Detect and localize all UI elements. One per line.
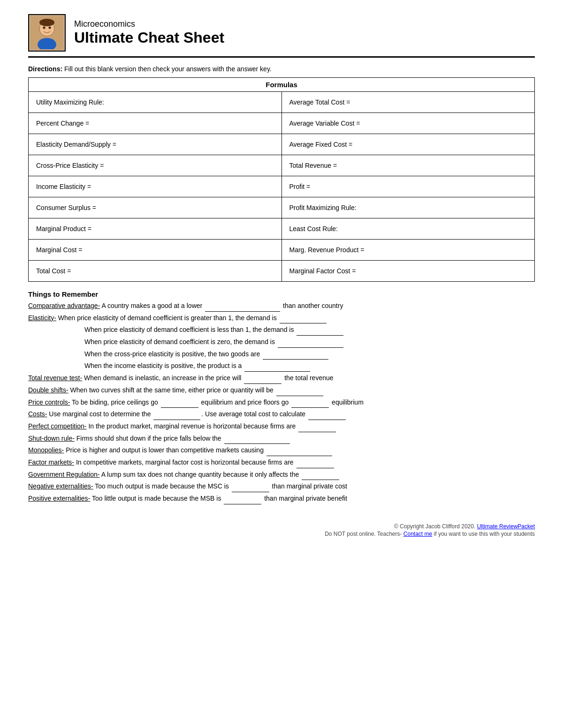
svg-point-3 — [39, 19, 54, 26]
formula-left-cell: Marginal Cost = — [29, 240, 282, 261]
formula-left-cell: Total Cost = — [29, 261, 282, 282]
contact-link[interactable]: Contact me — [403, 531, 432, 537]
things-term: Positive externalities- — [28, 495, 90, 502]
things-blank — [280, 313, 327, 324]
formula-left-cell: Percent Change = — [29, 113, 282, 134]
svg-point-4 — [43, 27, 46, 29]
things-blank — [224, 494, 261, 504]
things-blank — [161, 398, 198, 408]
things-term: Total revenue test- — [28, 374, 82, 382]
header-subtitle: Microeconomics — [74, 19, 224, 29]
things-text: When demand is inelastic, an increase in… — [82, 374, 243, 382]
things-blank — [263, 349, 328, 360]
header-text: Microeconomics Ultimate Cheat Sheet — [74, 19, 224, 46]
things-line: Government Regulation- A lump sum tax do… — [28, 470, 535, 480]
things-term: Costs- — [28, 410, 47, 418]
directions: Directions: Fill out this blank version … — [28, 65, 535, 73]
things-blank — [205, 301, 280, 312]
things-text: Firms should shut down if the price fall… — [75, 435, 223, 442]
things-text: When price elasticity of demand coeffici… — [84, 338, 277, 345]
things-line: When price elasticity of demand coeffici… — [28, 337, 535, 348]
things-text: When price elasticity of demand coeffici… — [56, 314, 279, 322]
things-term: Perfect competition- — [28, 422, 87, 430]
things-blank — [244, 361, 310, 372]
formula-right-cell: Total Revenue = — [282, 155, 535, 176]
things-term: Factor markets- — [28, 458, 74, 466]
things-text: A lump sum tax does not change quantity … — [100, 471, 301, 478]
things-text: When price elasticity of demand coeffici… — [84, 326, 296, 333]
ultimate-review-link[interactable]: Ultimate ReviewPacket — [477, 523, 535, 530]
footer-line2-after: if you want to use this with your studen… — [434, 531, 535, 537]
things-blank — [297, 325, 343, 336]
page-footer: © Copyright Jacob Clifford 2020. Ultimat… — [28, 523, 535, 537]
things-term: Shut-down rule- — [28, 435, 75, 442]
formula-left-cell: Cross-Price Elasticity = — [29, 155, 282, 176]
things-text-after2: equilibrium — [330, 398, 364, 406]
things-blank2 — [291, 398, 329, 408]
things-text-after: than another country — [281, 302, 343, 309]
things-line: When the cross-price elasticity is posit… — [28, 349, 535, 360]
things-text: To be biding, price ceilings go — [70, 398, 160, 406]
things-text: In competitive markets, marginal factor … — [74, 458, 296, 466]
things-term: Price controls- — [28, 398, 70, 406]
things-line: Positive externalities- Too little outpu… — [28, 494, 535, 504]
formula-right-cell: Profit Maximizing Rule: — [282, 197, 535, 218]
things-blank — [276, 385, 323, 396]
things-line: Elasticity- When price elasticity of dem… — [28, 313, 535, 324]
things-blank — [153, 409, 200, 420]
things-line: Comparative advantage- A country makes a… — [28, 301, 535, 312]
things-title: Things to Remember — [28, 290, 535, 298]
things-blank2 — [308, 409, 346, 420]
things-text: A country makes a good at a lower — [100, 302, 204, 309]
formula-right-cell: Least Cost Rule: — [282, 218, 535, 240]
things-text-after: than marginal private benefit — [262, 495, 347, 502]
things-text: In the product market, marginal revenue … — [87, 422, 298, 430]
things-term: Double shifts- — [28, 386, 68, 394]
things-text: Too much output is made because the MSC … — [93, 482, 231, 490]
things-term: Monopolies- — [28, 446, 64, 454]
avatar — [28, 14, 66, 52]
things-term: Elasticity- — [28, 314, 56, 322]
formula-right-cell: Average Variable Cost = — [282, 113, 535, 134]
formula-left-cell: Income Elasticity = — [29, 176, 282, 197]
things-blank — [302, 470, 339, 480]
formula-left-cell: Elasticity Demand/Supply = — [29, 134, 282, 155]
things-text: Use marginal cost to determine the — [47, 410, 152, 418]
copyright-text: © Copyright Jacob Clifford 2020. — [394, 523, 475, 530]
things-text: Too little output is made because the MS… — [90, 495, 223, 502]
things-term: Government Regulation- — [28, 471, 100, 478]
things-text-after: than marginal private cost — [270, 482, 347, 490]
directions-label: Directions: — [28, 65, 62, 73]
things-blank — [298, 421, 336, 432]
header-title: Ultimate Cheat Sheet — [74, 29, 224, 46]
things-line: Negative externalities- Too much output … — [28, 481, 535, 492]
footer-do-not-post: Do NOT post online. Teachers- — [325, 531, 402, 537]
things-line: Price controls- To be biding, price ceil… — [28, 398, 535, 408]
things-blank — [244, 373, 282, 384]
page-header: Microeconomics Ultimate Cheat Sheet — [28, 14, 535, 58]
things-text: When the cross-price elasticity is posit… — [84, 350, 262, 358]
things-text: When two curves shift at the same time, … — [68, 386, 275, 394]
formulas-table: Formulas Utility Maximizing Rule:Average… — [28, 77, 535, 282]
things-line: Shut-down rule- Firms should shut down i… — [28, 434, 535, 444]
things-term: Comparative advantage- — [28, 302, 100, 309]
footer-line2: Do NOT post online. Teachers- Contact me… — [28, 531, 535, 537]
formula-right-cell: Marginal Factor Cost = — [282, 261, 535, 282]
things-blank — [278, 337, 343, 348]
things-line: Perfect competition- In the product mark… — [28, 421, 535, 432]
things-blank — [297, 458, 334, 468]
directions-text: Fill out this blank version then check y… — [64, 65, 272, 73]
formula-right-cell: Average Total Cost = — [282, 92, 535, 113]
things-line: Factor markets- In competitive markets, … — [28, 458, 535, 468]
things-line: Total revenue test- When demand is inela… — [28, 373, 535, 384]
things-section: Things to Remember Comparative advantage… — [28, 290, 535, 504]
formula-left-cell: Consumer Surplus = — [29, 197, 282, 218]
things-term: Negative externalities- — [28, 482, 93, 490]
things-text-after: . Use average total cost to calculate — [201, 410, 307, 418]
svg-point-5 — [49, 27, 51, 29]
things-text-after: the total revenue — [282, 374, 333, 382]
things-blank — [232, 481, 269, 492]
things-line: When price elasticity of demand coeffici… — [28, 325, 535, 336]
formulas-heading: Formulas — [29, 78, 535, 92]
things-line: When the income elasticity is positive, … — [28, 361, 535, 372]
